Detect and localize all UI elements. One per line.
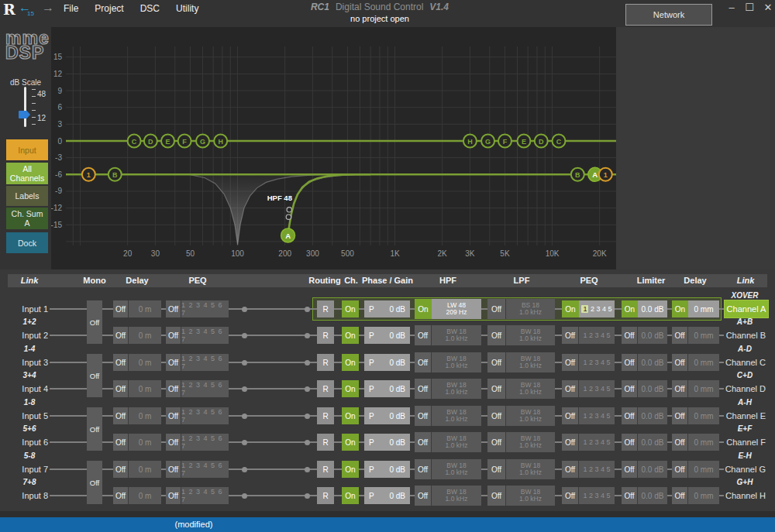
input-peq-state[interactable]: Off (166, 327, 181, 344)
routing-node-dot[interactable] (242, 414, 247, 419)
input-link-label[interactable]: 7+8 (6, 478, 53, 486)
hpf-filter-box[interactable]: BW 181.0 kHz (432, 406, 481, 426)
channel-name[interactable]: Channel F (698, 438, 766, 447)
limiter-value[interactable]: 0.0 dB (638, 300, 667, 317)
phase-gain-box[interactable]: P0 dB (364, 487, 410, 504)
channel-name[interactable]: Channel H (698, 491, 766, 500)
channel-on-button[interactable]: On (342, 407, 359, 424)
peq-band[interactable]: 1 (583, 359, 587, 366)
input-delay-state[interactable]: Off (113, 354, 129, 371)
lpf-state-button[interactable]: Off (487, 325, 506, 345)
output-peq-bands[interactable]: 12345 (579, 380, 615, 397)
lpf-state-button[interactable]: Off (487, 459, 506, 479)
channel-on-button[interactable]: On (342, 327, 359, 344)
limiter-state[interactable]: Off (622, 380, 638, 397)
hpf-state-button[interactable]: On (415, 299, 432, 319)
input-delay-value[interactable]: 0 m (129, 380, 161, 397)
routing-node-dot[interactable] (305, 467, 310, 472)
output-peq-state[interactable]: Off (562, 434, 579, 451)
peq-band[interactable]: 3 (594, 465, 598, 473)
channel-link-label[interactable]: A+B (721, 317, 769, 326)
lpf-filter-box[interactable]: BW 181.0 kHz (506, 486, 555, 506)
input-peq-bands[interactable]: 1 2 3 4 5 6 7 (181, 300, 229, 317)
input-delay-state[interactable]: Off (113, 380, 129, 397)
hpf-filter-box[interactable]: BW 181.0 kHz (432, 459, 481, 479)
output-delay-state[interactable]: Off (672, 407, 688, 424)
input-link-label[interactable]: 3+4 (6, 371, 53, 379)
output-delay-state[interactable]: Off (672, 327, 688, 344)
phase-gain-box[interactable]: P0 dB (364, 434, 410, 451)
hpf-state-button[interactable]: Off (415, 406, 432, 426)
peq-band[interactable]: 4 (601, 438, 604, 446)
channel-link-button[interactable]: Channel A (724, 300, 769, 318)
lpf-filter-box[interactable]: BW 181.0 kHz (506, 352, 555, 372)
output-peq-bands[interactable]: 12345 (579, 434, 615, 451)
peq-band[interactable]: 2 (589, 492, 593, 499)
limiter-value[interactable]: 0.0 dB (638, 407, 667, 424)
channel-link-label[interactable]: C+D (721, 371, 769, 379)
phase-gain-box[interactable]: P0 dB (364, 407, 410, 424)
channel-on-button[interactable]: On (342, 461, 359, 478)
channel-on-button[interactable]: On (342, 434, 359, 451)
input-peq-state[interactable]: Off (166, 487, 181, 504)
input-peq-bands[interactable]: 1 2 3 4 5 6 7 (181, 380, 229, 397)
limiter-state[interactable]: On (622, 300, 638, 317)
hpf-state-button[interactable]: Off (415, 379, 432, 399)
input-peq-state[interactable]: Off (166, 354, 181, 371)
input-peq-state[interactable]: Off (166, 380, 181, 397)
channel-link-label[interactable]: A-D (721, 345, 769, 353)
input-peq-state[interactable]: Off (166, 461, 181, 478)
limiter-state[interactable]: Off (622, 327, 638, 344)
peq-band[interactable]: 3 (594, 438, 598, 446)
output-peq-bands[interactable]: 12345 (579, 354, 615, 371)
output-peq-bands[interactable]: 12345 (579, 487, 615, 504)
limiter-state[interactable]: Off (622, 354, 638, 371)
routing-node-dot[interactable] (305, 493, 310, 499)
lpf-state-button[interactable]: Off (487, 406, 506, 426)
routing-node-dot[interactable] (242, 333, 247, 338)
mono-button[interactable]: Off (87, 461, 102, 504)
limiter-value[interactable]: 0.0 dB (638, 461, 667, 478)
input-peq-bands[interactable]: 1 2 3 4 5 6 7 (181, 407, 229, 424)
input-link-label[interactable]: 1-4 (6, 345, 53, 353)
channel-link-label[interactable]: E+F (721, 424, 769, 433)
peq-band[interactable]: 5 (607, 492, 611, 499)
limiter-value[interactable]: 0.0 dB (638, 354, 667, 371)
input-peq-state[interactable]: Off (166, 300, 181, 317)
phase-gain-box[interactable]: P0 dB (364, 327, 410, 344)
hpf-filter-box[interactable]: BW 181.0 kHz (432, 352, 481, 372)
output-delay-state[interactable]: Off (672, 354, 688, 371)
lpf-filter-box[interactable]: BW 181.0 kHz (506, 432, 555, 452)
peq-band[interactable]: 1 (583, 438, 587, 446)
hpf-filter-box[interactable]: BW 181.0 kHz (432, 486, 481, 506)
channel-on-button[interactable]: On (342, 300, 359, 317)
peq-band[interactable]: 2 (589, 331, 593, 339)
lpf-state-button[interactable]: Off (487, 432, 506, 452)
routing-button[interactable]: R (317, 487, 334, 504)
limiter-value[interactable]: 0.0 dB (638, 327, 667, 344)
peq-band[interactable]: 4 (602, 305, 606, 313)
peq-band[interactable]: 1 (583, 412, 587, 420)
input-delay-state[interactable]: Off (113, 407, 129, 424)
hpf-filter-box[interactable]: LW 48209 Hz (432, 299, 481, 319)
output-delay-state[interactable]: Off (672, 461, 688, 478)
routing-button[interactable]: R (317, 461, 334, 478)
routing-node-dot[interactable] (305, 333, 310, 338)
channel-on-button[interactable]: On (342, 380, 359, 397)
routing-button[interactable]: R (317, 407, 334, 424)
hpf-state-button[interactable]: Off (415, 486, 432, 506)
hpf-filter-box[interactable]: BW 181.0 kHz (432, 432, 481, 452)
peq-band[interactable]: 5 (607, 412, 611, 420)
input-delay-value[interactable]: 0 m (129, 487, 161, 504)
lpf-filter-box[interactable]: BW 181.0 kHz (506, 379, 555, 399)
input-link-label[interactable]: 5-8 (6, 451, 53, 460)
peq-band[interactable]: 3 (596, 305, 600, 313)
routing-node-dot[interactable] (305, 386, 310, 392)
hpf-state-button[interactable]: Off (415, 325, 432, 345)
input-peq-bands[interactable]: 1 2 3 4 5 6 7 (181, 461, 229, 478)
output-peq-state[interactable]: Off (562, 407, 579, 424)
limiter-state[interactable]: Off (622, 487, 638, 504)
phase-gain-box[interactable]: P0 dB (364, 354, 410, 371)
input-delay-value[interactable]: 0 m (129, 407, 161, 424)
input-delay-value[interactable]: 0 m (129, 461, 161, 478)
